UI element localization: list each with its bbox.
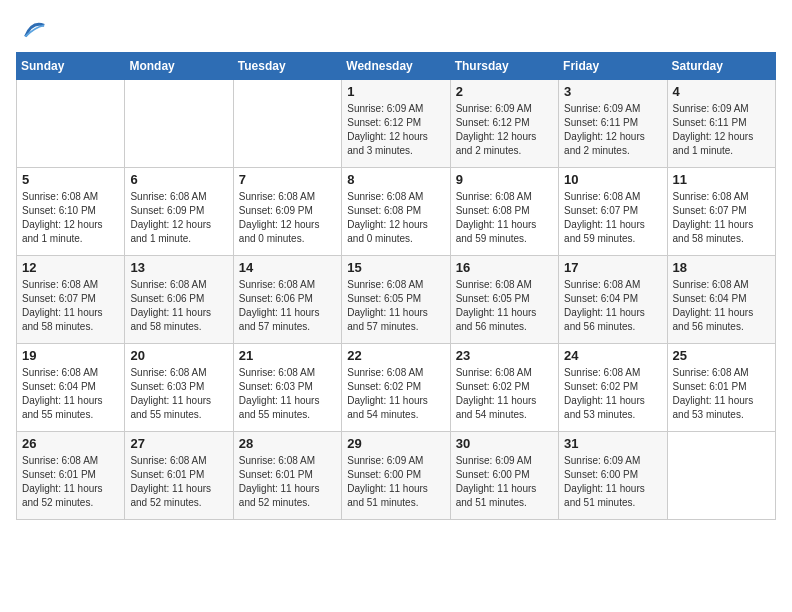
header-saturday: Saturday xyxy=(667,53,775,80)
day-cell-17: 17Sunrise: 6:08 AM Sunset: 6:04 PM Dayli… xyxy=(559,256,667,344)
day-cell-23: 23Sunrise: 6:08 AM Sunset: 6:02 PM Dayli… xyxy=(450,344,558,432)
day-number: 2 xyxy=(456,84,553,99)
day-number: 20 xyxy=(130,348,227,363)
header-friday: Friday xyxy=(559,53,667,80)
day-number: 19 xyxy=(22,348,119,363)
day-cell-6: 6Sunrise: 6:08 AM Sunset: 6:09 PM Daylig… xyxy=(125,168,233,256)
day-cell-2: 2Sunrise: 6:09 AM Sunset: 6:12 PM Daylig… xyxy=(450,80,558,168)
header-wednesday: Wednesday xyxy=(342,53,450,80)
day-info: Sunrise: 6:09 AM Sunset: 6:11 PM Dayligh… xyxy=(564,102,661,158)
week-row-0: 1Sunrise: 6:09 AM Sunset: 6:12 PM Daylig… xyxy=(17,80,776,168)
calendar-body: 1Sunrise: 6:09 AM Sunset: 6:12 PM Daylig… xyxy=(17,80,776,520)
day-info: Sunrise: 6:08 AM Sunset: 6:09 PM Dayligh… xyxy=(130,190,227,246)
calendar-table: SundayMondayTuesdayWednesdayThursdayFrid… xyxy=(16,52,776,520)
day-number: 3 xyxy=(564,84,661,99)
day-info: Sunrise: 6:08 AM Sunset: 6:05 PM Dayligh… xyxy=(347,278,444,334)
day-cell-9: 9Sunrise: 6:08 AM Sunset: 6:08 PM Daylig… xyxy=(450,168,558,256)
day-info: Sunrise: 6:08 AM Sunset: 6:01 PM Dayligh… xyxy=(673,366,770,422)
day-cell-30: 30Sunrise: 6:09 AM Sunset: 6:00 PM Dayli… xyxy=(450,432,558,520)
day-number: 24 xyxy=(564,348,661,363)
day-number: 8 xyxy=(347,172,444,187)
day-number: 22 xyxy=(347,348,444,363)
day-number: 7 xyxy=(239,172,336,187)
day-number: 4 xyxy=(673,84,770,99)
day-number: 15 xyxy=(347,260,444,275)
day-info: Sunrise: 6:08 AM Sunset: 6:06 PM Dayligh… xyxy=(239,278,336,334)
day-info: Sunrise: 6:09 AM Sunset: 6:00 PM Dayligh… xyxy=(564,454,661,510)
week-row-1: 5Sunrise: 6:08 AM Sunset: 6:10 PM Daylig… xyxy=(17,168,776,256)
day-number: 25 xyxy=(673,348,770,363)
day-info: Sunrise: 6:08 AM Sunset: 6:02 PM Dayligh… xyxy=(347,366,444,422)
empty-cell xyxy=(125,80,233,168)
day-number: 13 xyxy=(130,260,227,275)
week-row-3: 19Sunrise: 6:08 AM Sunset: 6:04 PM Dayli… xyxy=(17,344,776,432)
day-cell-8: 8Sunrise: 6:08 AM Sunset: 6:08 PM Daylig… xyxy=(342,168,450,256)
day-info: Sunrise: 6:09 AM Sunset: 6:00 PM Dayligh… xyxy=(456,454,553,510)
day-cell-5: 5Sunrise: 6:08 AM Sunset: 6:10 PM Daylig… xyxy=(17,168,125,256)
day-cell-20: 20Sunrise: 6:08 AM Sunset: 6:03 PM Dayli… xyxy=(125,344,233,432)
day-cell-24: 24Sunrise: 6:08 AM Sunset: 6:02 PM Dayli… xyxy=(559,344,667,432)
header xyxy=(16,16,776,44)
day-info: Sunrise: 6:08 AM Sunset: 6:01 PM Dayligh… xyxy=(239,454,336,510)
day-number: 28 xyxy=(239,436,336,451)
day-info: Sunrise: 6:08 AM Sunset: 6:04 PM Dayligh… xyxy=(22,366,119,422)
day-info: Sunrise: 6:08 AM Sunset: 6:04 PM Dayligh… xyxy=(564,278,661,334)
calendar-header: SundayMondayTuesdayWednesdayThursdayFrid… xyxy=(17,53,776,80)
day-cell-12: 12Sunrise: 6:08 AM Sunset: 6:07 PM Dayli… xyxy=(17,256,125,344)
day-info: Sunrise: 6:08 AM Sunset: 6:01 PM Dayligh… xyxy=(130,454,227,510)
header-sunday: Sunday xyxy=(17,53,125,80)
day-number: 5 xyxy=(22,172,119,187)
day-cell-27: 27Sunrise: 6:08 AM Sunset: 6:01 PM Dayli… xyxy=(125,432,233,520)
day-info: Sunrise: 6:08 AM Sunset: 6:10 PM Dayligh… xyxy=(22,190,119,246)
day-cell-25: 25Sunrise: 6:08 AM Sunset: 6:01 PM Dayli… xyxy=(667,344,775,432)
day-cell-22: 22Sunrise: 6:08 AM Sunset: 6:02 PM Dayli… xyxy=(342,344,450,432)
day-info: Sunrise: 6:08 AM Sunset: 6:09 PM Dayligh… xyxy=(239,190,336,246)
day-cell-3: 3Sunrise: 6:09 AM Sunset: 6:11 PM Daylig… xyxy=(559,80,667,168)
week-row-4: 26Sunrise: 6:08 AM Sunset: 6:01 PM Dayli… xyxy=(17,432,776,520)
header-monday: Monday xyxy=(125,53,233,80)
day-number: 30 xyxy=(456,436,553,451)
day-cell-21: 21Sunrise: 6:08 AM Sunset: 6:03 PM Dayli… xyxy=(233,344,341,432)
day-number: 10 xyxy=(564,172,661,187)
day-number: 6 xyxy=(130,172,227,187)
day-info: Sunrise: 6:08 AM Sunset: 6:08 PM Dayligh… xyxy=(347,190,444,246)
day-info: Sunrise: 6:08 AM Sunset: 6:04 PM Dayligh… xyxy=(673,278,770,334)
header-tuesday: Tuesday xyxy=(233,53,341,80)
day-info: Sunrise: 6:08 AM Sunset: 6:06 PM Dayligh… xyxy=(130,278,227,334)
day-info: Sunrise: 6:08 AM Sunset: 6:03 PM Dayligh… xyxy=(239,366,336,422)
day-number: 16 xyxy=(456,260,553,275)
day-info: Sunrise: 6:08 AM Sunset: 6:07 PM Dayligh… xyxy=(673,190,770,246)
day-number: 11 xyxy=(673,172,770,187)
day-info: Sunrise: 6:09 AM Sunset: 6:12 PM Dayligh… xyxy=(456,102,553,158)
day-cell-10: 10Sunrise: 6:08 AM Sunset: 6:07 PM Dayli… xyxy=(559,168,667,256)
day-cell-31: 31Sunrise: 6:09 AM Sunset: 6:00 PM Dayli… xyxy=(559,432,667,520)
logo-icon xyxy=(18,16,46,44)
day-number: 23 xyxy=(456,348,553,363)
day-cell-7: 7Sunrise: 6:08 AM Sunset: 6:09 PM Daylig… xyxy=(233,168,341,256)
day-number: 1 xyxy=(347,84,444,99)
day-cell-16: 16Sunrise: 6:08 AM Sunset: 6:05 PM Dayli… xyxy=(450,256,558,344)
empty-cell xyxy=(233,80,341,168)
empty-cell xyxy=(667,432,775,520)
empty-cell xyxy=(17,80,125,168)
week-row-2: 12Sunrise: 6:08 AM Sunset: 6:07 PM Dayli… xyxy=(17,256,776,344)
day-cell-26: 26Sunrise: 6:08 AM Sunset: 6:01 PM Dayli… xyxy=(17,432,125,520)
day-info: Sunrise: 6:09 AM Sunset: 6:00 PM Dayligh… xyxy=(347,454,444,510)
day-cell-13: 13Sunrise: 6:08 AM Sunset: 6:06 PM Dayli… xyxy=(125,256,233,344)
day-number: 27 xyxy=(130,436,227,451)
day-cell-14: 14Sunrise: 6:08 AM Sunset: 6:06 PM Dayli… xyxy=(233,256,341,344)
day-cell-18: 18Sunrise: 6:08 AM Sunset: 6:04 PM Dayli… xyxy=(667,256,775,344)
day-cell-4: 4Sunrise: 6:09 AM Sunset: 6:11 PM Daylig… xyxy=(667,80,775,168)
day-number: 18 xyxy=(673,260,770,275)
day-cell-28: 28Sunrise: 6:08 AM Sunset: 6:01 PM Dayli… xyxy=(233,432,341,520)
day-number: 21 xyxy=(239,348,336,363)
day-number: 17 xyxy=(564,260,661,275)
day-cell-11: 11Sunrise: 6:08 AM Sunset: 6:07 PM Dayli… xyxy=(667,168,775,256)
day-cell-19: 19Sunrise: 6:08 AM Sunset: 6:04 PM Dayli… xyxy=(17,344,125,432)
day-info: Sunrise: 6:08 AM Sunset: 6:02 PM Dayligh… xyxy=(456,366,553,422)
header-row: SundayMondayTuesdayWednesdayThursdayFrid… xyxy=(17,53,776,80)
day-number: 14 xyxy=(239,260,336,275)
day-number: 26 xyxy=(22,436,119,451)
logo xyxy=(16,16,46,44)
day-info: Sunrise: 6:08 AM Sunset: 6:05 PM Dayligh… xyxy=(456,278,553,334)
